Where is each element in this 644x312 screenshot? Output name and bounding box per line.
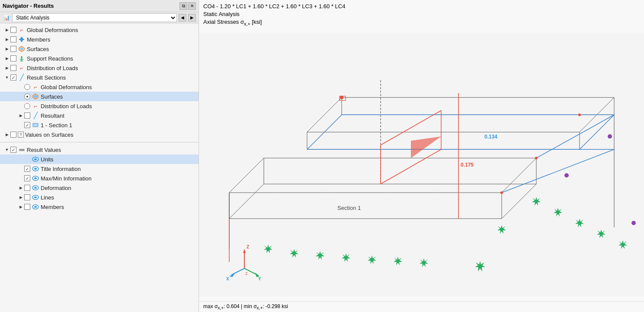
tree-item-rs-surfaces[interactable]: Surfaces xyxy=(0,92,199,101)
checkbox-support-reactions[interactable] xyxy=(10,55,16,61)
viewport-canvas[interactable]: Z Y X Z Section 1 0.134 0.175 xyxy=(199,28,644,301)
tree-item-result-sections[interactable]: ▼ ╱ Result Sections xyxy=(0,73,199,82)
svg-text:X: X xyxy=(226,277,229,281)
icon-maxmin-info xyxy=(32,174,39,182)
tree-item-support-reactions[interactable]: ▶ Support Reactions xyxy=(0,54,199,63)
radio-rs-global-def[interactable] xyxy=(24,84,30,90)
tree-item-rs-resultant[interactable]: ▶ ╱ Resultant xyxy=(0,111,199,120)
label-title-info: Title Information xyxy=(41,166,81,172)
tree-item-rs-dist-loads[interactable]: ⌐ Distribution of Loads xyxy=(0,101,199,111)
viewport-panel: CO4 - 1.20 * LC1 + 1.60 * LC2 + 1.60 * L… xyxy=(199,0,644,312)
label-deformation: Deformation xyxy=(41,185,71,191)
icon-result-values: xxx xyxy=(18,146,26,154)
icon-global-deformations: ⌐ xyxy=(18,26,26,34)
checkbox-rv-members[interactable] xyxy=(24,204,30,210)
tree-item-rs-section1[interactable]: 1 - Section 1 xyxy=(0,120,199,130)
icon-rs-surfaces xyxy=(32,93,39,100)
icon-rs-resultant: ╱ xyxy=(32,112,39,119)
tree-item-global-deformations[interactable]: ▶ ⌐ Global Deformations xyxy=(0,25,199,35)
svg-marker-8 xyxy=(34,95,37,98)
checkbox-result-sections[interactable] xyxy=(10,74,16,80)
tree-item-rs-global-def[interactable]: ⌐ Global Deformations xyxy=(0,82,199,92)
label-rs-resultant: Resultant xyxy=(41,113,64,119)
checkbox-rs-section1[interactable] xyxy=(24,122,30,128)
close-button[interactable]: ✕ xyxy=(188,2,196,10)
svg-text:Z: Z xyxy=(247,244,249,249)
label-surfaces: Surfaces xyxy=(27,46,49,52)
checkbox-rs-resultant[interactable] xyxy=(24,113,30,119)
icon-deformation xyxy=(32,184,39,192)
checkbox-members[interactable] xyxy=(10,36,16,42)
icon-members xyxy=(18,35,26,43)
radio-rs-surfaces[interactable] xyxy=(24,93,30,100)
icon-title-info xyxy=(32,165,39,173)
checkbox-result-values[interactable] xyxy=(10,147,16,153)
checkbox-values-on-surfaces[interactable] xyxy=(10,132,16,138)
radio-rs-dist-loads[interactable] xyxy=(24,103,30,109)
icon-dist-loads: ⌐ xyxy=(18,64,26,72)
checkbox-deformation[interactable] xyxy=(24,185,30,191)
svg-text:Y: Y xyxy=(258,277,261,281)
svg-marker-0 xyxy=(20,37,23,42)
tree-item-title-info[interactable]: Title Information xyxy=(0,164,199,174)
header-line1: CO4 - 1.20 * LC1 + 1.60 * LC2 + 1.60 * L… xyxy=(203,3,640,10)
label-global-deformations: Global Deformations xyxy=(27,27,78,33)
restore-button[interactable]: ⧉ xyxy=(179,2,187,10)
purple-dot-3 xyxy=(631,221,636,225)
label-rs-section1: 1 - Section 1 xyxy=(41,122,72,129)
tree-item-dist-loads[interactable]: ▶ ⌐ Distribution of Loads xyxy=(0,63,199,73)
checkbox-title-info[interactable] xyxy=(24,166,30,172)
checkbox-surfaces[interactable] xyxy=(10,46,16,52)
tree-item-deformation[interactable]: ▶ Deformation xyxy=(0,183,199,193)
tree-item-rv-members[interactable]: ▶ Members xyxy=(0,202,199,212)
expander-dist-loads: ▶ xyxy=(3,66,10,70)
expander-result-sections: ▼ xyxy=(3,75,10,80)
icon-rs-dist-loads: ⌐ xyxy=(32,102,39,110)
divider-1 xyxy=(0,142,199,142)
section-label: Section 1 xyxy=(337,205,361,211)
tree-item-surfaces[interactable]: ▶ Surfaces xyxy=(0,44,199,54)
value-0134: 0.134 xyxy=(484,134,497,140)
label-values-on-surfaces: Values on Surfaces xyxy=(25,132,74,138)
tree-item-members[interactable]: ▶ Members xyxy=(0,35,199,44)
next-arrow[interactable]: ▶ xyxy=(188,14,196,22)
checkbox-lines[interactable] xyxy=(24,194,30,200)
svg-point-19 xyxy=(34,196,37,198)
svg-text:Z: Z xyxy=(245,271,248,276)
icon-values-on-surfaces: ? xyxy=(18,132,24,138)
tree-item-lines[interactable]: ▶ Lines xyxy=(0,193,199,202)
icon-lines xyxy=(32,193,39,201)
checkbox-global-deformations[interactable] xyxy=(10,27,16,33)
label-rs-global-def: Global Deformations xyxy=(41,84,92,90)
checkbox-dist-loads[interactable] xyxy=(10,65,16,71)
navigator-panel: Navigator - Results ⧉ ✕ 📊 Static Analysi… xyxy=(0,0,199,312)
expander-values-on-surfaces: ▶ xyxy=(3,132,10,137)
checkbox-maxmin-info[interactable] xyxy=(24,175,30,181)
label-rs-dist-loads: Distribution of Loads xyxy=(41,103,92,109)
expander-rv-members: ▶ xyxy=(17,205,24,209)
label-result-sections: Result Sections xyxy=(27,74,66,81)
expander-result-values: ▼ xyxy=(3,148,10,152)
svg-rect-9 xyxy=(33,123,38,127)
panel-titlebar: Navigator - Results ⧉ ✕ xyxy=(0,0,199,12)
tree-item-units[interactable]: Units xyxy=(0,154,199,164)
icon-rs-section1 xyxy=(32,121,39,129)
label-result-values: Result Values xyxy=(27,147,61,153)
icon-rs-global-def: ⌐ xyxy=(32,83,39,91)
tree-item-maxmin-info[interactable]: Max/Min Information xyxy=(0,174,199,183)
panel-toolbar: 📊 Static Analysis ◀ ▶ xyxy=(0,12,199,23)
analysis-select[interactable]: Static Analysis xyxy=(12,13,177,22)
label-rs-surfaces: Surfaces xyxy=(41,93,63,100)
viewport-header: CO4 - 1.20 * LC1 + 1.60 * LC2 + 1.60 * L… xyxy=(199,0,644,28)
svg-point-11 xyxy=(34,158,37,160)
label-maxmin-info: Max/Min Information xyxy=(41,175,92,182)
header-line3: Axial Stresses σx,+ [ksi] xyxy=(203,18,640,27)
tree-item-result-values[interactable]: ▼ xxx Result Values xyxy=(0,145,199,154)
icon-rv-members xyxy=(32,203,39,211)
expander-rs-resultant: ▶ xyxy=(17,113,24,118)
tree-item-values-on-surfaces[interactable]: ▶ ? Values on Surfaces xyxy=(0,130,199,139)
prev-arrow[interactable]: ◀ xyxy=(179,14,186,22)
expander-support-reactions: ▶ xyxy=(3,56,10,61)
expander-surfaces: ▶ xyxy=(3,47,10,51)
header-line2: Static Analysis xyxy=(203,10,640,18)
